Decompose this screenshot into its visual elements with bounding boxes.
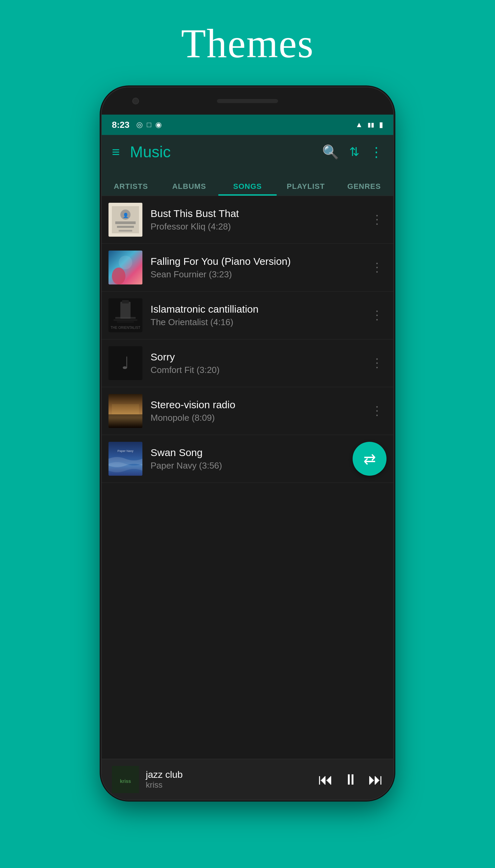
phone-top-bar (102, 87, 393, 115)
tabs-bar: ARTISTS ALBUMS SONGS PLAYLIST GENRES (102, 169, 393, 196)
song-title: Falling For You (Piano Version) (151, 256, 368, 267)
app-toolbar: ≡ Music 🔍 ⇅ ⋮ (102, 135, 393, 169)
song-title: Bust This Bust That (151, 208, 368, 219)
more-options-icon[interactable]: ⋮ (370, 144, 383, 160)
song-more-icon[interactable]: ⋮ (368, 305, 387, 326)
song-info: Falling For You (Piano Version) Sean Fou… (151, 256, 368, 280)
svg-point-9 (112, 268, 125, 285)
song-subtitle: Comfort Fit (3:20) (151, 365, 368, 375)
signal-icon: ▮▮ (368, 121, 374, 129)
now-playing-bar: kriss jazz club kriss ⏮ ⏸ ⏭ (102, 759, 393, 800)
song-title: Stereo-vision radio (151, 399, 368, 411)
song-info: Islamatronic cantilliation The Orientali… (151, 304, 368, 327)
svg-rect-12 (122, 300, 129, 304)
list-item[interactable]: Paper Navy Swan Song Paper Navy (3:56) ⇄ (102, 435, 393, 483)
page-title: Themes (181, 20, 314, 67)
tab-songs[interactable]: SONGS (218, 182, 277, 195)
phone-frame: 8:23 ◎ □ ◉ ▲ ▮▮ ▮ ≡ Music 🔍 ⇅ (102, 87, 393, 800)
play-pause-icon[interactable]: ⏸ (343, 771, 358, 788)
wifi-icon: ▲ (355, 120, 363, 129)
song-more-icon[interactable]: ⋮ (368, 353, 387, 374)
song-more-icon[interactable]: ⋮ (368, 209, 387, 230)
song-more-icon[interactable]: ⋮ (368, 401, 387, 422)
song-subtitle: Professor Kliq (4:28) (151, 221, 368, 232)
sort-icon[interactable]: ⇅ (349, 145, 359, 159)
song-title: Swan Song (151, 447, 349, 458)
tab-genres[interactable]: GENRES (335, 182, 393, 195)
status-right-icons: ▲ ▮▮ ▮ (355, 120, 383, 129)
status-time: 8:23 (112, 120, 130, 130)
song-art: ♩ (108, 346, 142, 380)
svg-text:👤: 👤 (123, 212, 129, 218)
status-bar: 8:23 ◎ □ ◉ ▲ ▮▮ ▮ (102, 115, 393, 135)
song-info: Sorry Comfort Fit (3:20) (151, 351, 368, 375)
song-info: Stereo-vision radio Monopole (8:09) (151, 399, 368, 423)
playback-controls: ⏮ ⏸ ⏭ (318, 771, 383, 788)
song-info: Swan Song Paper Navy (3:56) (151, 447, 349, 471)
tab-playlist[interactable]: PLAYLIST (277, 182, 335, 195)
list-item[interactable]: Falling For You (Piano Version) Sean Fou… (102, 244, 393, 292)
shuffle-icon: ⇄ (363, 450, 376, 467)
menu-icon[interactable]: ≡ (112, 144, 120, 160)
svg-text:kriss: kriss (120, 779, 131, 784)
shuffle-fab[interactable]: ⇄ (353, 442, 387, 476)
song-title: Sorry (151, 351, 368, 363)
list-item[interactable]: 👤 Bust This Bust That Professor Kliq (4:… (102, 196, 393, 244)
now-playing-title: jazz club (146, 769, 318, 780)
svg-rect-3 (115, 221, 136, 224)
song-subtitle: The Orientalist (4:16) (151, 317, 368, 327)
list-item[interactable]: THE ORIENTALIST Islamatronic cantilliati… (102, 292, 393, 339)
song-info: Bust This Bust That Professor Kliq (4:28… (151, 208, 368, 232)
svg-rect-11 (120, 302, 131, 319)
song-subtitle: Paper Navy (3:56) (151, 460, 349, 471)
phone-screen: 8:23 ◎ □ ◉ ▲ ▮▮ ▮ ≡ Music 🔍 ⇅ (102, 115, 393, 800)
list-item[interactable]: ♩ Sorry Comfort Fit (3:20) ⋮ (102, 339, 393, 387)
app-title: Music (130, 143, 322, 161)
tab-albums[interactable]: ALBUMS (160, 182, 218, 195)
song-art: Paper Navy (108, 442, 142, 476)
list-item[interactable]: Stereo-vision radio Monopole (8:09) ⋮ (102, 387, 393, 435)
song-subtitle: Monopole (8:09) (151, 413, 368, 423)
song-art (108, 251, 142, 285)
song-art (108, 394, 142, 428)
now-playing-info: jazz club kriss (146, 769, 318, 790)
song-list: 👤 Bust This Bust That Professor Kliq (4:… (102, 196, 393, 759)
svg-rect-14 (114, 319, 137, 321)
now-playing-artist: kriss (146, 780, 318, 790)
song-art: THE ORIENTALIST (108, 299, 142, 332)
next-icon[interactable]: ⏭ (368, 771, 383, 788)
song-title: Islamatronic cantilliation (151, 304, 368, 315)
previous-icon[interactable]: ⏮ (318, 771, 333, 788)
phone-camera (132, 98, 139, 104)
song-art: 👤 (108, 203, 142, 237)
phone-speaker (217, 99, 278, 103)
battery-icon: ▮ (379, 120, 383, 129)
svg-rect-19 (112, 404, 139, 414)
toolbar-actions: 🔍 ⇅ ⋮ (322, 144, 383, 160)
svg-text:THE ORIENTALIST: THE ORIENTALIST (110, 326, 140, 329)
status-icons: ◎ □ ◉ (136, 120, 162, 129)
status-icon-3: ◉ (155, 120, 162, 129)
svg-rect-5 (119, 230, 132, 232)
svg-rect-13 (115, 317, 136, 319)
now-playing-art: kriss (112, 766, 139, 793)
search-icon[interactable]: 🔍 (322, 144, 339, 160)
song-subtitle: Sean Fournier (3:23) (151, 269, 368, 280)
svg-rect-15 (117, 321, 134, 322)
svg-rect-18 (108, 414, 142, 428)
tab-artists[interactable]: ARTISTS (102, 182, 160, 195)
song-more-icon[interactable]: ⋮ (368, 257, 387, 278)
music-note-icon: ♩ (121, 353, 130, 373)
status-icon-2: □ (147, 120, 151, 129)
svg-text:Paper Navy: Paper Navy (117, 449, 134, 453)
svg-rect-4 (117, 226, 134, 228)
phone-mockup: 8:23 ◎ □ ◉ ▲ ▮▮ ▮ ≡ Music 🔍 ⇅ (102, 87, 393, 800)
status-icon-1: ◎ (136, 120, 143, 129)
svg-point-8 (119, 256, 132, 269)
